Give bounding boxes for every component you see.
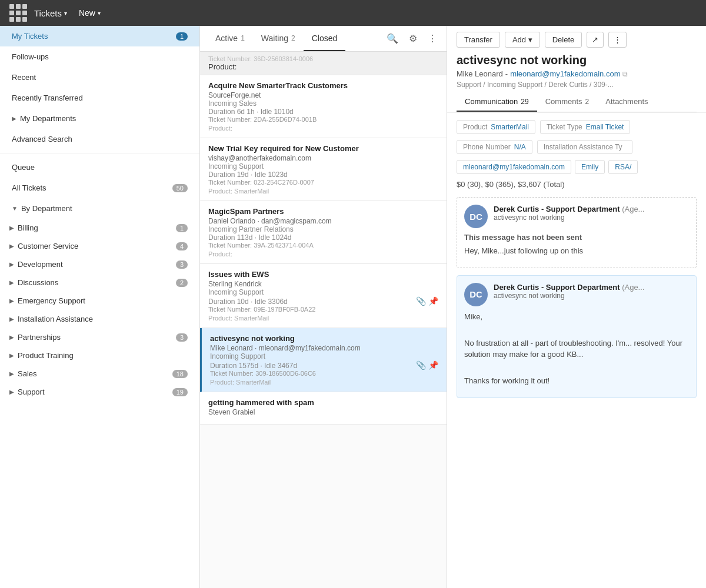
comments-count: 2 — [585, 98, 590, 106]
right-toolbar: Transfer Add ▾ Delete ↗ ⋮ — [457, 32, 697, 54]
dept-arrow: ▶ — [9, 316, 14, 322]
ticket-dept: Incoming Partner Relations — [208, 225, 438, 233]
dept-arrow: ▶ — [9, 261, 14, 268]
tab-closed[interactable]: Closed — [304, 26, 346, 51]
ticket-item-t5[interactable]: activesync not working Mike Leonard · ml… — [200, 328, 447, 392]
ticket-item-t2[interactable]: New Trial Key required for New Customer … — [200, 138, 447, 201]
sidebar-dept-sales[interactable]: ▶ Sales 18 — [0, 365, 199, 383]
topbar: Tickets ▾ New ▾ — [0, 0, 706, 26]
sidebar-item-my-tickets[interactable]: My Tickets 1 — [0, 26, 199, 46]
open-external-button[interactable]: ↗ — [587, 32, 604, 48]
right-content: ProductSmarterMailTicket TypeEmail Ticke… — [447, 113, 706, 588]
sidebar-dept-product-training[interactable]: ▶ Product Training — [0, 346, 199, 365]
sidebar-dept-support[interactable]: ▶ Support 19 — [0, 383, 199, 401]
ticket-title-text: getting hammered with spam — [208, 398, 438, 407]
search-button[interactable]: 🔍 — [384, 31, 401, 46]
right-tabs: Communication 29 Comments 2 Attachments — [457, 92, 697, 112]
sidebar-dept-installation-assistance[interactable]: ▶ Installation Assistance — [0, 310, 199, 328]
ticket-item-t1[interactable]: Acquire New SmarterTrack Customers Sourc… — [200, 75, 447, 138]
tickets-list: Ticket Number: 36D-25603814-0006 Product… — [200, 52, 447, 588]
msg-subject: activesync not working — [494, 213, 644, 222]
ticket-duration: Duration 19d · Idle 1023d — [208, 171, 288, 179]
dept-label: Product Training — [18, 351, 74, 360]
more-button[interactable]: ⋮ — [425, 31, 439, 46]
user-tag[interactable]: mleonard@my1fakedomain.com — [457, 160, 571, 174]
filter-button[interactable]: ⚙ — [407, 31, 419, 46]
msg-sender: Derek Curtis - Support Department (Age..… — [494, 283, 644, 292]
ticket-contact: Mike Leonard · mleonard@my1fakedomain.co… — [210, 344, 438, 352]
new-button[interactable]: New ▾ — [74, 6, 105, 20]
msg-body: Mike,No frustration at all - part of tro… — [464, 311, 689, 387]
ticket-number: Ticket Number: 09E-197BF0FB-0A22 — [208, 306, 438, 313]
sidebar-dept-discussions[interactable]: ▶ Discussions 2 — [0, 273, 199, 292]
new-caret: ▾ — [98, 10, 101, 16]
sidebar-item-queue[interactable]: Queue — [0, 157, 199, 178]
dept-label: Customer Service — [18, 242, 78, 250]
dept-label: Development — [18, 260, 63, 269]
copy-icon[interactable]: ⧉ — [622, 70, 628, 78]
meta-tag2-phone-number: Phone NumberN/A — [457, 140, 532, 154]
sidebar-item-recently-transferred[interactable]: Recently Transferred — [0, 88, 199, 108]
sidebar-item-all-tickets[interactable]: All Tickets 50 — [0, 178, 199, 198]
ticket-dept: Incoming Sales — [208, 99, 438, 108]
sidebar-dept-partnerships[interactable]: ▶ Partnerships 3 — [0, 328, 199, 346]
main-layout: My Tickets 1 Follow-ups Recent Recently … — [0, 26, 706, 588]
sidebar-item-my-departments[interactable]: ▶ My Departments — [0, 108, 199, 129]
ticket-product: Product: — [208, 125, 438, 132]
app-title[interactable]: Tickets ▾ — [34, 8, 67, 18]
dept-label: Support — [18, 387, 45, 396]
contact-email-link[interactable]: mleonard@my1fakedomain.com — [510, 69, 620, 78]
dept-label: Discussions — [18, 278, 58, 287]
msg-header: DC Derek Curtis - Support Department (Ag… — [464, 205, 689, 228]
user-tag[interactable]: RSA/ — [608, 160, 638, 174]
add-button[interactable]: Add ▾ — [505, 32, 540, 48]
sidebar-item-recent[interactable]: Recent — [0, 67, 199, 88]
my-tickets-badge: 1 — [176, 32, 188, 41]
ticket-duration: Duration 6d 1h · Idle 1010d — [208, 108, 294, 116]
dept-badge: 3 — [176, 260, 188, 269]
sidebar-dept-customer-service[interactable]: ▶ Customer Service 4 — [0, 237, 199, 255]
tab-waiting[interactable]: Waiting 2 — [253, 26, 304, 51]
dept-arrow: ▶ — [9, 389, 14, 395]
ticket-product: Product: SmarterMail — [210, 379, 438, 386]
ticket-item-t4[interactable]: Issues with EWS Sterling Kendrick Incomi… — [200, 264, 447, 328]
msg-body: Hey, Mike...just following up on this — [464, 245, 689, 257]
sidebar-item-by-department[interactable]: ▼ By Department — [0, 198, 199, 219]
right-tab-comments[interactable]: Comments 2 — [537, 92, 598, 112]
ticket-dept: Incoming Support — [208, 288, 438, 296]
meta-tags-2: Phone NumberN/AInstallation Assistance T… — [457, 140, 697, 154]
ticket-item-t6[interactable]: getting hammered with spam Steven Grabie… — [200, 392, 447, 425]
app-title-caret: ▾ — [64, 10, 67, 16]
user-tags: mleonard@my1fakedomain.comEmilyRSA/ — [457, 160, 697, 174]
dept-label: Installation Assistance — [18, 315, 93, 323]
sidebar-item-followups[interactable]: Follow-ups — [0, 46, 199, 67]
msg-header: DC Derek Curtis - Support Department (Ag… — [464, 283, 689, 306]
ticket-title-text: Issues with EWS — [208, 270, 438, 279]
ticket-duration: Duration 10d · Idle 3306d — [208, 298, 288, 306]
ticket-title-text: Acquire New SmarterTrack Customers — [208, 81, 438, 90]
more-options-button[interactable]: ⋮ — [608, 32, 627, 48]
ticket-number: Ticket Number: 023-254C276D-0007 — [208, 179, 438, 186]
sidebar-dept-emergency-support[interactable]: ▶ Emergency Support — [0, 292, 199, 310]
sidebar-item-advanced-search[interactable]: Advanced Search — [0, 129, 199, 149]
dept-badge: 1 — [176, 224, 188, 232]
app-grid-icon[interactable] — [9, 4, 27, 22]
add-caret: ▾ — [528, 35, 532, 44]
dept-badge: 19 — [172, 388, 188, 396]
ticket-duration: Duration 1575d · Idle 3467d — [210, 362, 297, 370]
right-tab-communication[interactable]: Communication 29 — [457, 92, 537, 112]
ticket-item-t3[interactable]: MagicSpam Partners Daniel Orlando · dan@… — [200, 201, 447, 264]
right-tab-attachments[interactable]: Attachments — [597, 92, 656, 112]
comm-count: 29 — [521, 98, 528, 106]
dept-badge: 2 — [176, 279, 188, 287]
dept-arrow: ▶ — [9, 334, 14, 340]
user-tag[interactable]: Emily — [575, 160, 605, 174]
tab-active[interactable]: Active 1 — [207, 26, 253, 51]
transfer-button[interactable]: Transfer — [457, 32, 500, 48]
sidebar-dept-billing[interactable]: ▶ Billing 1 — [0, 219, 199, 237]
dept-arrow: ▶ — [9, 352, 14, 359]
middle-panel: Active 1 Waiting 2 Closed 🔍 ⚙ ⋮ Ticket N… — [200, 26, 447, 588]
msg-not-sent: This message has not been sent — [464, 233, 689, 242]
delete-button[interactable]: Delete — [545, 32, 582, 48]
sidebar-dept-development[interactable]: ▶ Development 3 — [0, 255, 199, 273]
